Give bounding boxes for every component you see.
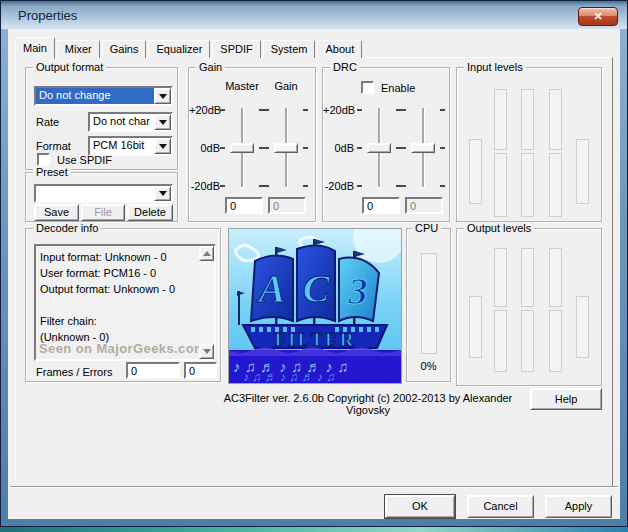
cancel-button[interactable]: Cancel <box>467 495 534 518</box>
slider-thumb[interactable] <box>230 143 254 153</box>
format-combobox[interactable]: PCM 16bit <box>88 136 173 156</box>
rate-value: Do not char <box>90 114 154 130</box>
drc-legend: DRC <box>330 61 360 74</box>
scroll-down-button[interactable] <box>199 344 214 359</box>
use-spdif-label: Use SPDIF <box>57 154 112 166</box>
drc-enable-label: Enable <box>381 82 415 94</box>
triangle-down-icon <box>203 349 211 358</box>
drc-enable-checkbox[interactable] <box>361 81 374 94</box>
title-bar[interactable]: Properties <box>1 1 627 29</box>
level-meter-bar <box>576 296 589 358</box>
input-levels-group: Input levels <box>456 67 602 222</box>
slider-thumb[interactable] <box>367 143 391 153</box>
chevron-down-icon <box>159 144 167 153</box>
gain-slider <box>264 106 308 190</box>
level-meter-bar <box>494 248 507 307</box>
scrollbar[interactable] <box>199 246 214 359</box>
tab-spdif[interactable]: SPDIF <box>212 40 260 58</box>
output-format-value: Do not change <box>36 88 154 104</box>
scale-plus20-label: +20dB <box>189 104 220 116</box>
help-button[interactable]: Help <box>530 388 602 410</box>
output-format-dropdown-button[interactable] <box>154 88 171 104</box>
gain-legend: Gain <box>196 61 225 74</box>
tab-system[interactable]: System <box>263 40 316 58</box>
master-gain-input[interactable] <box>225 197 263 214</box>
gain-input[interactable] <box>268 197 306 214</box>
chevron-down-icon <box>159 191 167 200</box>
output-format-combobox[interactable]: Do not change <box>34 86 173 106</box>
preset-dropdown-button[interactable] <box>154 186 171 201</box>
preset-file-button[interactable]: File <box>81 204 125 221</box>
ok-button[interactable]: OK <box>385 495 455 518</box>
use-spdif-checkbox[interactable] <box>37 153 50 166</box>
separator <box>10 486 618 488</box>
majorgeeks-watermark: Seen on MajorGeeks.com <box>39 341 206 356</box>
cpu-group: CPU 0% <box>406 228 451 382</box>
level-meter-bar <box>469 296 482 358</box>
scale-zero-label: 0dB <box>189 142 220 154</box>
decoder-info-text: Input format: Unknown - 0User format: PC… <box>40 249 194 345</box>
level-meter-bar <box>549 89 562 150</box>
level-meter-bar <box>494 153 507 217</box>
gain-group: Gain Master Gain +20dB 0dB -20dB <box>188 67 316 222</box>
drc-input[interactable] <box>362 197 400 214</box>
master-column-label: Master <box>220 80 264 92</box>
rate-dropdown-button[interactable] <box>154 114 171 130</box>
drc-slider <box>357 106 401 190</box>
tab-about[interactable]: About <box>317 40 362 58</box>
level-meter-bar <box>469 139 482 204</box>
version-text: AC3Filter ver. 2.6.0b Copyright (c) 2002… <box>213 392 523 416</box>
tab-main[interactable]: Main <box>15 37 55 59</box>
cpu-meter-bar <box>421 253 437 354</box>
scale-plus20-label: +20dB <box>323 104 354 116</box>
level-meter-bar <box>549 153 562 217</box>
svg-text:♪ ♫ ♬ ♪ ♫ ♬ ♪ ♫: ♪ ♫ ♬ ♪ ♫ ♬ ♪ ♫ <box>243 370 335 383</box>
level-meter-bar <box>576 139 589 204</box>
tab-strip: Main Mixer Gains Equalizer SPDIF System … <box>15 36 364 58</box>
format-dropdown-button[interactable] <box>154 138 171 154</box>
svg-text:FILTER: FILTER <box>275 329 356 350</box>
apply-button[interactable]: Apply <box>545 495 612 518</box>
format-label: Format <box>36 140 71 152</box>
dialog-body: Main Mixer Gains Equalizer SPDIF System … <box>8 29 620 519</box>
preset-delete-button[interactable]: Delete <box>127 204 173 221</box>
chevron-down-icon <box>159 94 167 103</box>
scale-zero-label: 0dB <box>323 142 354 154</box>
tab-mixer[interactable]: Mixer <box>57 40 100 58</box>
output-format-legend: Output format <box>33 61 106 74</box>
level-meter-bar <box>549 248 562 307</box>
slider-thumb[interactable] <box>411 143 435 153</box>
drc-level-slider <box>401 106 445 190</box>
scroll-up-button[interactable] <box>199 246 214 261</box>
svg-text:3: 3 <box>348 270 368 312</box>
ship-illustration: A C 3 FILTER ♪ ♫ ♬ ♪ ♫ ♬ ♪ ♫ ♪ ♫ ♬ ♪ ♫ ♬… <box>229 229 401 383</box>
errors-input[interactable] <box>184 362 217 379</box>
window-title: Properties <box>18 8 77 23</box>
decoder-info-box[interactable]: Input format: Unknown - 0User format: PC… <box>34 244 216 361</box>
output-levels-legend: Output levels <box>464 222 534 235</box>
rate-combobox[interactable]: Do not char <box>88 112 173 132</box>
format-value: PCM 16bit <box>90 138 154 154</box>
scale-minus20-label: -20dB <box>189 180 220 192</box>
close-button[interactable]: ✕ <box>578 7 618 26</box>
level-meter-bar <box>494 89 507 150</box>
rate-label: Rate <box>36 116 59 128</box>
desktop: Properties ✕ Main Mixer Gains Equalizer … <box>0 0 628 532</box>
master-gain-slider <box>220 106 264 190</box>
tab-equalizer[interactable]: Equalizer <box>148 40 210 58</box>
svg-text:A: A <box>256 266 286 311</box>
tab-gains[interactable]: Gains <box>102 40 147 58</box>
frames-input[interactable] <box>126 362 180 379</box>
chevron-down-icon <box>159 120 167 129</box>
level-meter-bar <box>521 153 534 217</box>
input-levels-legend: Input levels <box>464 61 526 74</box>
gain-column-label: Gain <box>264 80 308 92</box>
svg-text:C: C <box>303 266 331 311</box>
preset-save-button[interactable]: Save <box>34 204 79 221</box>
drc-group: DRC Enable +20dB 0dB -20dB <box>322 67 450 222</box>
drc-level-input[interactable] <box>405 197 443 214</box>
preset-combobox[interactable] <box>34 184 173 203</box>
slider-thumb[interactable] <box>274 143 298 153</box>
level-meter-bar <box>494 310 507 372</box>
cpu-legend: CPU <box>412 222 441 235</box>
